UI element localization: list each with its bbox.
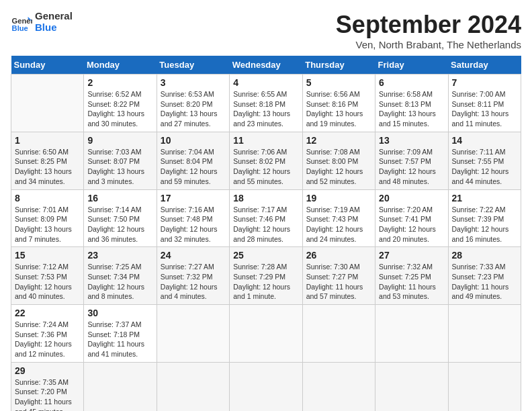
day-detail: Sunrise: 7:11 AM Sunset: 7:55 PM Dayligh… — [452, 147, 517, 187]
day-detail: Sunrise: 7:25 AM Sunset: 7:34 PM Dayligh… — [87, 262, 152, 302]
calendar-cell: 18Sunrise: 7:17 AM Sunset: 7:46 PM Dayli… — [230, 189, 302, 247]
day-detail: Sunrise: 7:19 AM Sunset: 7:43 PM Dayligh… — [306, 205, 371, 244]
day-number: 11 — [233, 135, 298, 146]
day-detail: Sunrise: 6:56 AM Sunset: 8:16 PM Dayligh… — [306, 89, 371, 129]
week-row-0: 2Sunrise: 6:52 AM Sunset: 8:22 PM Daylig… — [11, 75, 521, 132]
calendar-cell: 19Sunrise: 7:19 AM Sunset: 7:43 PM Dayli… — [302, 189, 375, 247]
day-number: 27 — [379, 250, 444, 261]
calendar-cell: 4Sunrise: 6:55 AM Sunset: 8:18 PM Daylig… — [230, 75, 302, 132]
day-detail: Sunrise: 7:24 AM Sunset: 7:36 PM Dayligh… — [15, 320, 80, 359]
day-detail: Sunrise: 7:33 AM Sunset: 7:23 PM Dayligh… — [452, 262, 517, 302]
day-number: 1 — [15, 135, 80, 146]
calendar-cell: 21Sunrise: 7:22 AM Sunset: 7:39 PM Dayli… — [448, 189, 521, 247]
logo-icon: General Blue — [11, 11, 32, 33]
calendar-cell: 15Sunrise: 7:12 AM Sunset: 7:53 PM Dayli… — [11, 247, 84, 305]
day-detail: Sunrise: 7:14 AM Sunset: 7:50 PM Dayligh… — [87, 205, 152, 244]
calendar-cell — [448, 305, 521, 363]
day-number: 5 — [306, 77, 371, 88]
day-detail: Sunrise: 7:28 AM Sunset: 7:29 PM Dayligh… — [233, 262, 298, 302]
week-row-3: 15Sunrise: 7:12 AM Sunset: 7:53 PM Dayli… — [11, 247, 521, 305]
calendar-cell: 5Sunrise: 6:56 AM Sunset: 8:16 PM Daylig… — [302, 75, 375, 132]
calendar-cell: 6Sunrise: 6:58 AM Sunset: 8:13 PM Daylig… — [375, 75, 448, 132]
day-detail: Sunrise: 6:53 AM Sunset: 8:20 PM Dayligh… — [161, 89, 226, 129]
day-number: 7 — [452, 77, 517, 88]
calendar-cell: 28Sunrise: 7:33 AM Sunset: 7:23 PM Dayli… — [448, 247, 521, 305]
day-number: 10 — [161, 135, 226, 146]
day-number: 25 — [233, 250, 298, 261]
day-number: 23 — [87, 250, 152, 261]
day-number: 18 — [233, 193, 298, 203]
day-detail: Sunrise: 7:12 AM Sunset: 7:53 PM Dayligh… — [15, 262, 80, 302]
location-subtitle: Ven, North Brabant, The Netherlands — [336, 39, 521, 50]
calendar-cell: 30Sunrise: 7:37 AM Sunset: 7:18 PM Dayli… — [84, 305, 157, 363]
month-title: September 2024 — [336, 11, 521, 39]
calendar-cell: 14Sunrise: 7:11 AM Sunset: 7:55 PM Dayli… — [448, 132, 521, 189]
calendar-cell: 10Sunrise: 7:04 AM Sunset: 8:04 PM Dayli… — [157, 132, 229, 189]
week-row-2: 8Sunrise: 7:01 AM Sunset: 8:09 PM Daylig… — [11, 189, 521, 247]
calendar-cell: 7Sunrise: 7:00 AM Sunset: 8:11 PM Daylig… — [448, 75, 521, 132]
day-number: 17 — [161, 193, 226, 203]
calendar-cell: 16Sunrise: 7:14 AM Sunset: 7:50 PM Dayli… — [84, 189, 157, 247]
day-detail: Sunrise: 6:52 AM Sunset: 8:22 PM Dayligh… — [87, 89, 152, 129]
day-number: 4 — [233, 77, 298, 88]
day-number: 21 — [452, 193, 517, 203]
calendar-cell: 9Sunrise: 7:03 AM Sunset: 8:07 PM Daylig… — [84, 132, 157, 189]
calendar-cell — [302, 362, 375, 411]
day-number: 14 — [452, 135, 517, 146]
day-detail: Sunrise: 7:04 AM Sunset: 8:04 PM Dayligh… — [161, 147, 226, 187]
svg-text:Blue: Blue — [12, 24, 28, 32]
calendar-cell — [84, 362, 157, 411]
day-detail: Sunrise: 7:17 AM Sunset: 7:46 PM Dayligh… — [233, 205, 298, 244]
day-detail: Sunrise: 7:20 AM Sunset: 7:41 PM Dayligh… — [379, 205, 444, 244]
calendar-cell — [157, 305, 229, 363]
day-number: 29 — [15, 365, 80, 376]
svg-text:General: General — [12, 16, 32, 24]
day-detail: Sunrise: 6:58 AM Sunset: 8:13 PM Dayligh… — [379, 89, 444, 129]
day-number: 8 — [15, 193, 80, 203]
day-number: 16 — [87, 193, 152, 203]
day-number: 6 — [379, 77, 444, 88]
day-detail: Sunrise: 7:01 AM Sunset: 8:09 PM Dayligh… — [15, 205, 80, 244]
title-block: September 2024 Ven, North Brabant, The N… — [336, 11, 521, 50]
page-header: General Blue General Blue September 2024… — [11, 11, 521, 50]
day-number: 12 — [306, 135, 371, 146]
day-detail: Sunrise: 6:55 AM Sunset: 8:18 PM Dayligh… — [233, 89, 298, 129]
calendar-cell — [448, 362, 521, 411]
week-row-1: 1Sunrise: 6:50 AM Sunset: 8:25 PM Daylig… — [11, 132, 521, 189]
day-number: 15 — [15, 250, 80, 261]
column-header-wednesday: Wednesday — [230, 56, 302, 75]
day-detail: Sunrise: 7:03 AM Sunset: 8:07 PM Dayligh… — [87, 147, 152, 187]
calendar-cell: 8Sunrise: 7:01 AM Sunset: 8:09 PM Daylig… — [11, 189, 84, 247]
calendar-cell: 26Sunrise: 7:30 AM Sunset: 7:27 PM Dayli… — [302, 247, 375, 305]
day-detail: Sunrise: 7:06 AM Sunset: 8:02 PM Dayligh… — [233, 147, 298, 187]
day-number: 2 — [87, 77, 152, 88]
calendar-cell: 20Sunrise: 7:20 AM Sunset: 7:41 PM Dayli… — [375, 189, 448, 247]
day-number: 13 — [379, 135, 444, 146]
column-header-friday: Friday — [375, 56, 448, 75]
calendar-cell: 11Sunrise: 7:06 AM Sunset: 8:02 PM Dayli… — [230, 132, 302, 189]
logo: General Blue General Blue — [11, 11, 73, 33]
day-detail: Sunrise: 7:27 AM Sunset: 7:32 PM Dayligh… — [161, 262, 226, 302]
calendar-cell — [157, 362, 229, 411]
logo-blue-text: Blue — [35, 22, 73, 34]
day-number: 28 — [452, 250, 517, 261]
day-number: 3 — [161, 77, 226, 88]
calendar-cell — [302, 305, 375, 363]
day-number: 9 — [87, 135, 152, 146]
calendar-cell: 24Sunrise: 7:27 AM Sunset: 7:32 PM Dayli… — [157, 247, 229, 305]
day-number: 26 — [306, 250, 371, 261]
calendar-cell: 1Sunrise: 6:50 AM Sunset: 8:25 PM Daylig… — [11, 132, 84, 189]
day-number: 19 — [306, 193, 371, 203]
calendar-cell: 27Sunrise: 7:32 AM Sunset: 7:25 PM Dayli… — [375, 247, 448, 305]
column-header-thursday: Thursday — [302, 56, 375, 75]
calendar-cell: 29Sunrise: 7:35 AM Sunset: 7:20 PM Dayli… — [11, 362, 84, 411]
day-detail: Sunrise: 7:09 AM Sunset: 7:57 PM Dayligh… — [379, 147, 444, 187]
calendar-cell — [230, 362, 302, 411]
day-number: 22 — [15, 308, 80, 318]
calendar-cell: 12Sunrise: 7:08 AM Sunset: 8:00 PM Dayli… — [302, 132, 375, 189]
calendar-cell: 13Sunrise: 7:09 AM Sunset: 7:57 PM Dayli… — [375, 132, 448, 189]
column-header-monday: Monday — [84, 56, 157, 75]
week-row-5: 29Sunrise: 7:35 AM Sunset: 7:20 PM Dayli… — [11, 362, 521, 411]
calendar-cell: 3Sunrise: 6:53 AM Sunset: 8:20 PM Daylig… — [157, 75, 229, 132]
day-detail: Sunrise: 7:30 AM Sunset: 7:27 PM Dayligh… — [306, 262, 371, 302]
